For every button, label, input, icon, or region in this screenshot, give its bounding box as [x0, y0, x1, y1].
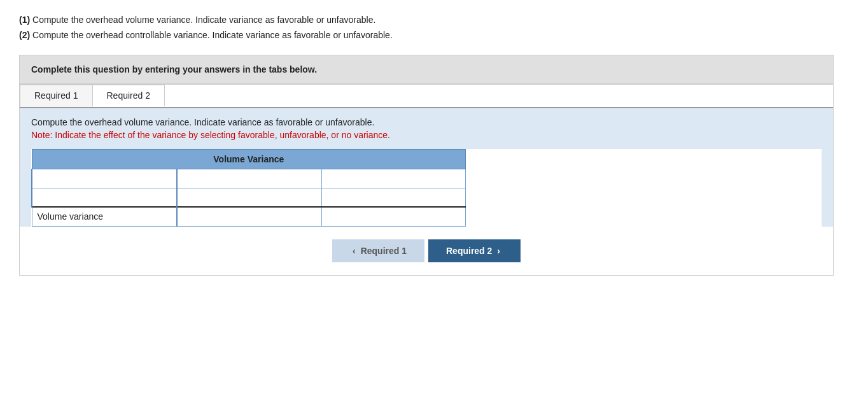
input-row3-col3[interactable]	[322, 208, 466, 226]
tabs-container: Required 1 Required 2 Compute the overhe…	[19, 84, 834, 276]
input-row2-col2[interactable]	[178, 188, 321, 207]
input-row1-col1[interactable]	[32, 169, 176, 188]
table-row	[32, 169, 466, 188]
table-cell-2-3[interactable]	[321, 188, 466, 207]
next-chevron: ›	[497, 246, 500, 256]
tab-required-2[interactable]: Required 2	[92, 85, 165, 107]
instruction-line-1: (1) Compute the overhead volume variance…	[19, 13, 849, 28]
volume-table: Volume Variance	[31, 149, 466, 227]
nav-buttons: ‹ Required 1 Required 2 ›	[20, 227, 833, 275]
table-header-cell: Volume Variance	[32, 149, 466, 169]
table-cell-1-3[interactable]	[321, 169, 466, 188]
table-row-last: Volume variance	[32, 207, 466, 226]
input-row2-col1[interactable]	[32, 188, 176, 207]
next-button[interactable]: Required 2 ›	[428, 239, 521, 262]
table-cell-2-2[interactable]	[177, 188, 321, 207]
input-row3-col2[interactable]	[178, 208, 321, 226]
prev-button[interactable]: ‹ Required 1	[332, 239, 424, 262]
prev-button-label: Required 1	[361, 246, 407, 256]
instructions-block: (1) Compute the overhead volume variance…	[19, 13, 849, 43]
tab-1-label: Required 1	[34, 90, 78, 101]
tab-content: Compute the overhead volume variance. In…	[20, 108, 833, 227]
complete-box: Complete this question by entering your …	[19, 55, 834, 84]
input-row1-col3[interactable]	[322, 169, 466, 188]
table-cell-1-1[interactable]	[32, 169, 177, 188]
instruction-1-bold: (1)	[19, 15, 30, 25]
tab-note: Note: Indicate the effect of the varianc…	[31, 130, 822, 140]
table-row	[32, 188, 466, 207]
next-button-label: Required 2	[446, 246, 492, 256]
input-row1-col2[interactable]	[178, 169, 321, 188]
table-cell-3-3[interactable]	[321, 207, 466, 226]
tab-content-wrapper: Compute the overhead volume variance. In…	[20, 108, 833, 275]
tab-2-label: Required 2	[107, 90, 151, 101]
instruction-1-text: Compute the overhead volume variance. In…	[30, 15, 375, 25]
tab-description: Compute the overhead volume variance. In…	[31, 117, 822, 127]
tab-required-1[interactable]: Required 1	[20, 85, 93, 107]
volume-variance-label: Volume variance	[32, 207, 177, 226]
instruction-2-bold: (2)	[19, 30, 30, 40]
instruction-line-2: (2) Compute the overhead controllable va…	[19, 28, 849, 43]
table-section: Volume Variance	[31, 149, 822, 227]
tabs-header: Required 1 Required 2	[20, 85, 833, 108]
input-row2-col3[interactable]	[322, 188, 466, 207]
table-cell-1-2[interactable]	[177, 169, 321, 188]
instruction-2-text: Compute the overhead controllable varian…	[30, 30, 393, 40]
table-cell-2-1[interactable]	[32, 188, 177, 207]
table-header-row: Volume Variance	[32, 149, 466, 169]
table-cell-3-2[interactable]	[177, 207, 321, 226]
complete-box-text: Complete this question by entering your …	[31, 64, 317, 74]
prev-chevron: ‹	[353, 246, 356, 256]
